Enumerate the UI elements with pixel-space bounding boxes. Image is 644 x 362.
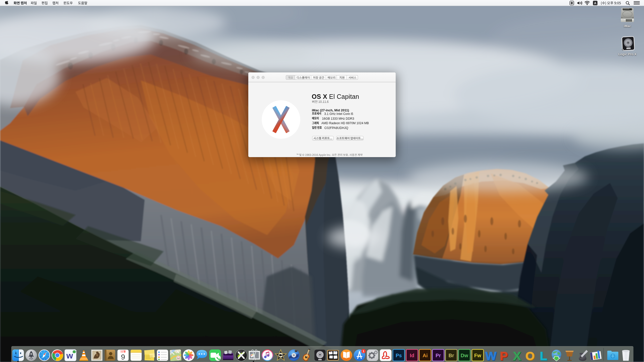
svg-text:w: w <box>66 351 73 360</box>
svg-text:A: A <box>594 2 596 5</box>
svg-text:9: 9 <box>121 353 125 361</box>
svg-text:X: X <box>513 349 521 361</box>
svg-text:Ai: Ai <box>423 353 428 358</box>
svg-text:3D: 3D <box>177 357 179 359</box>
svg-text:W: W <box>485 349 497 361</box>
svg-text:P: P <box>500 349 508 361</box>
svg-text:1: 1 <box>363 350 364 353</box>
svg-text:Br: Br <box>449 353 454 358</box>
svg-text:L: L <box>540 349 547 361</box>
svg-text:Pr: Pr <box>435 353 441 358</box>
svg-text:O: O <box>526 349 535 361</box>
svg-text:Fw: Fw <box>474 353 481 358</box>
svg-text:Ps: Ps <box>396 353 402 358</box>
svg-text:Id: Id <box>410 353 414 358</box>
svg-text:Dw: Dw <box>461 353 468 358</box>
